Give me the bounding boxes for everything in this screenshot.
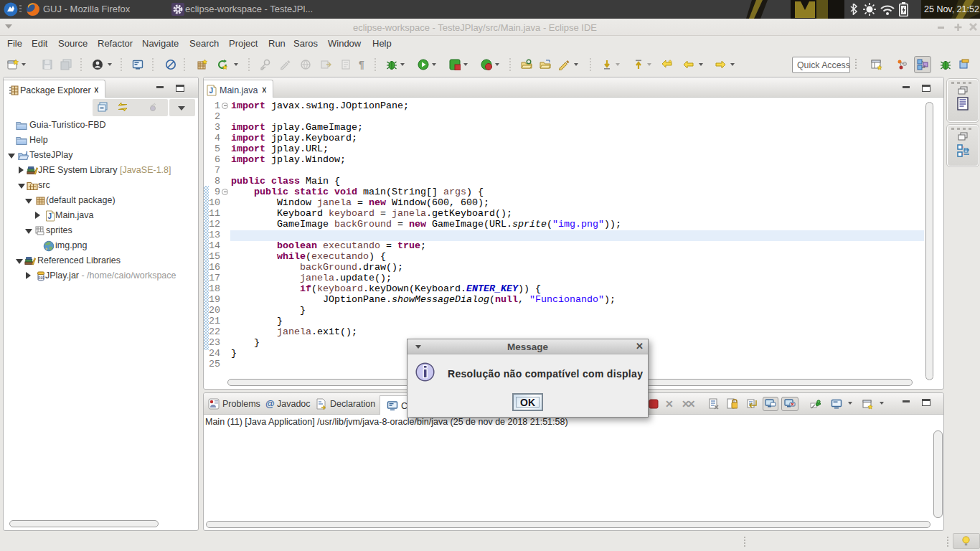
svg-text:J: J	[48, 212, 52, 220]
svg-text:J: J	[209, 87, 214, 95]
svg-text:010: 010	[38, 276, 44, 281]
